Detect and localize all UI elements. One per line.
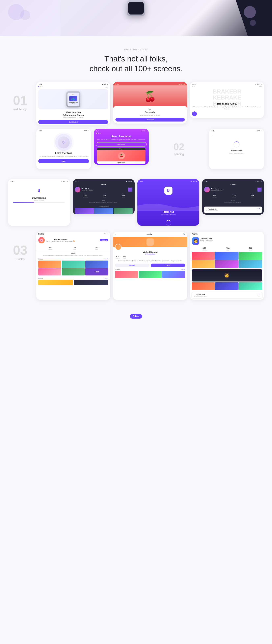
screen-dark-wait: 9:41 ▲WiFi■ Profile Thia Mortensen Insta…	[202, 179, 264, 214]
dark-wait-header: Profile	[202, 182, 264, 186]
dark-wait-wrapper: 9:41 ▲WiFi■ Profile Thia Mortensen Insta…	[202, 179, 264, 226]
bootstrap-status-bar: 9:41 ▲WiFi■	[138, 179, 199, 182]
bootstrap-content: Please wait We are working on this.	[138, 211, 199, 218]
cp8	[215, 282, 238, 290]
dark-wait-avatar	[204, 187, 210, 192]
love-heart: ♡	[38, 134, 89, 152]
download-progress-fill	[13, 202, 34, 203]
photo-5	[62, 268, 84, 276]
right-please-wait-card: Please wait We are working on this...	[192, 292, 262, 299]
status-bar-1: 9:41 ▲ WiFi ■	[36, 82, 110, 86]
music-mini-phone: Playlist 🍒 Cherry Beats Daniel Avery	[97, 148, 146, 164]
walkthrough-row-2: 9:41 ▲WiFi■ ♡ Love the flow. This is a m…	[36, 129, 264, 169]
music-get-started[interactable]: Get Started	[96, 142, 147, 146]
color-photo-grid-2	[190, 282, 264, 291]
follow-button-bottom[interactable]: Follow	[130, 314, 142, 318]
profile-avatar-row: 🌸 Mildred Stewart Hi, I'm graphic design…	[36, 236, 110, 245]
photo-1	[38, 260, 61, 268]
cherry-content: 💬 Be ready. Welcome to Brake UI Kit 2.0 …	[113, 106, 187, 124]
wait-spinner	[234, 142, 240, 148]
color-photo-grid	[190, 252, 264, 268]
status-icons-1: ▲ WiFi ■	[102, 84, 108, 85]
preview-label: FULL PREVIEW	[8, 48, 264, 51]
cherry-image: 🍒	[113, 86, 187, 108]
articles-grid	[36, 280, 110, 286]
message-btn[interactable]: Message	[115, 264, 150, 267]
detail-photos-grid	[115, 271, 185, 278]
wait-status-bar: 9:41 ▲WiFi■	[209, 129, 264, 132]
love-status-bar: 9:41 ▲WiFi■	[36, 129, 91, 132]
photos-header: Photos See All	[36, 258, 110, 260]
menu-icon[interactable]: ⋯	[106, 233, 108, 235]
photo-6-with-count: +298	[85, 268, 108, 276]
screen-brake: 9:41 ▲WiFi■ Skip BRAKEBRKEBRAKEBRAKEBR	[190, 82, 264, 118]
right-profile-header: Profile	[190, 232, 264, 236]
detail-avatar	[115, 244, 122, 250]
hero-phone	[127, 0, 145, 16]
detail-header: ‹ Profile 🔍	[113, 232, 187, 237]
dark-wait-about: About	[202, 199, 264, 202]
screen-downloading: 9:41 ▲WiFi■ ⬇ Downloading 0.4 MB of 10MB	[8, 179, 70, 226]
about-title: About	[36, 251, 110, 254]
loading-center-wrapper: 02 Loading	[152, 129, 206, 169]
music-content: Listen free music This is a must-read fo…	[94, 134, 149, 165]
hero-section	[0, 0, 272, 36]
photos-header-detail: Photos See All	[115, 268, 185, 271]
search-icon[interactable]: 🔍	[183, 233, 185, 235]
detail-back[interactable]: ‹	[115, 233, 116, 235]
back-chevron[interactable]: ‹	[212, 135, 212, 137]
preview-title: That's not all folks, check out all 100+…	[8, 54, 264, 74]
hero-orbs	[244, 6, 256, 26]
follow-btn-detail[interactable]: Follow	[151, 264, 185, 267]
shoe-image: Shop 👟 Nike Running Man Shoes	[38, 89, 108, 110]
articles-header: Articles See All	[36, 277, 110, 280]
detail-content: Mildred Stewart @PanoplyStore 1.2k Follo…	[113, 247, 187, 280]
photo-2	[62, 260, 84, 268]
screen-please-wait: 9:41 ▲WiFi■ ‹ Please wait We are working…	[209, 129, 264, 169]
dot-nav-1	[38, 86, 42, 87]
insta-grid	[73, 208, 134, 214]
screen-bootstrap: 9:41 ▲WiFi■ B Please wai	[138, 179, 199, 226]
profiles-phones: Profile ✎ ⋯ 🌸 Mildred Stewart Hi, I'm gr…	[36, 232, 264, 304]
howard-avatar: 🧑	[192, 237, 199, 244]
follow-button[interactable]: +Follow	[100, 239, 108, 242]
edit-icon[interactable]: ✎	[104, 233, 106, 235]
music-screen-wrapper: 9:41 ▲WiFi■ Listen free music	[94, 129, 149, 169]
photo-count: +298	[85, 268, 108, 276]
dark-profile-header: Profile	[73, 182, 134, 186]
cp5	[215, 260, 238, 268]
download-progress-bar	[13, 202, 65, 203]
dark-wait-thumb	[257, 187, 262, 192]
screen-cherry: 9:41 ▲WiFi■ 🍒 💬 Be ready. Welcome to Bra…	[113, 82, 187, 124]
dark-profile-thumb	[128, 187, 132, 192]
love-next-btn[interactable]: Next	[38, 159, 89, 163]
section-02-loading: 02 Loading	[152, 129, 206, 169]
cherry-status-bar: 9:41 ▲WiFi■	[113, 82, 187, 86]
cherry-get-started[interactable]: Get Started	[116, 118, 184, 122]
cp7	[192, 282, 215, 290]
photo-4	[38, 268, 61, 276]
profiles-row: Profile ✎ ⋯ 🌸 Mildred Stewart Hi, I'm gr…	[36, 232, 264, 300]
music-dots	[94, 132, 149, 134]
hero-sphere-2	[20, 10, 30, 20]
dot-1	[40, 86, 41, 87]
hero-left-gradient	[0, 0, 60, 36]
love-content: ♡ Love the flow. This is a must-read for…	[36, 132, 91, 165]
loading-row: 9:41 ▲WiFi■ ⬇ Downloading 0.4 MB of 10MB…	[8, 179, 264, 226]
detail-photo-3	[162, 271, 185, 278]
brake-next-btn[interactable]: ›	[192, 112, 197, 116]
dark-profile-1-wrapper: 9:41 ▲WiFi■ Profile Thia Mortensen Insta…	[73, 179, 134, 226]
right-profile-stats: 353Followers 124Posts 74kLikes	[190, 246, 264, 252]
bootstrap-wave	[138, 201, 199, 211]
music-status-bar: 9:41 ▲WiFi■	[94, 129, 149, 132]
screen-profile-detail: ‹ Profile 🔍 Mildred Stewart @PanoplyStor…	[113, 232, 187, 300]
profile-stats: 353Followers 124Posts 74kLikes	[36, 245, 110, 251]
wait-content: ‹ Please wait We are working on this...	[209, 132, 264, 155]
brake-status-bar: 9:41 ▲WiFi■	[190, 82, 264, 86]
get-started-btn-1[interactable]: Get Started	[38, 120, 108, 124]
section-01-label: 01 Walkthrough	[8, 82, 32, 111]
cp4	[192, 260, 215, 268]
bootstrap-screen-wrapper: 9:41 ▲WiFi■ B Please wai	[138, 179, 199, 226]
cp9	[239, 282, 262, 290]
bootstrap-icon: B	[138, 182, 199, 197]
